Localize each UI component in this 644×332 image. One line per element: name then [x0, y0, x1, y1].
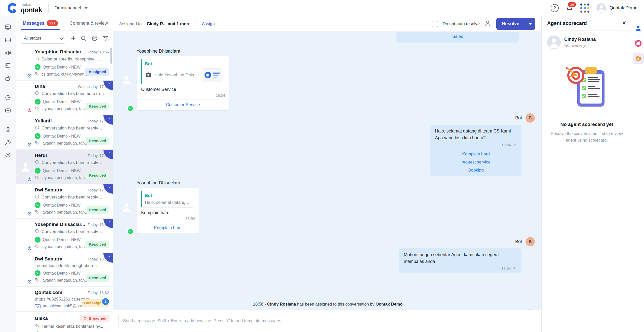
tab-messages[interactable]: Messages 99+ — [16, 16, 65, 30]
pending-clock-icon — [27, 245, 32, 251]
broadcast-icon[interactable] — [5, 49, 11, 56]
inbox-icon[interactable] — [5, 37, 11, 43]
last-message-snippet: Conversation has been resolved by... — [42, 229, 104, 234]
agent-review-status: No review yet — [564, 43, 596, 48]
avatar — [547, 36, 561, 49]
bulk-resolve-icon[interactable] — [91, 35, 98, 42]
channel-name: Qontak Demo - NEW — [43, 134, 80, 139]
conversation-tags: cs qontak, cutikaryawan, ... — [42, 72, 89, 77]
message-time: 18:54 — [501, 266, 511, 271]
tag-icon — [35, 244, 39, 250]
conversation-list-item[interactable]: YuliantiToday, 17:18Conversation has bee… — [16, 115, 113, 149]
channel-name: Qontak Demo - NEW — [43, 169, 80, 173]
quick-reply-link[interactable]: Customer Service — [141, 102, 225, 107]
quoted-message[interactable]: Bot Halo Yosephine Dhisaclara... — [141, 59, 225, 84]
avatar — [121, 48, 133, 110]
contact-details-icon[interactable] — [633, 23, 644, 34]
tab-comment-review[interactable]: Comment & review — [65, 16, 113, 30]
add-ons-icon[interactable] — [5, 139, 11, 146]
brand-qontak: qontak — [21, 7, 42, 14]
integrations-icon[interactable] — [5, 126, 11, 133]
do-not-auto-resolve-checkbox[interactable] — [432, 21, 438, 27]
help-center-icon[interactable] — [633, 38, 644, 49]
conversation-tags: layanan pengaduan, tanya ... — [42, 141, 89, 146]
tag-icon — [35, 141, 39, 146]
message-time: 18:54 — [185, 216, 195, 221]
quick-reply-link[interactable]: Komplain hard — [141, 225, 195, 230]
notifications-button[interactable]: 14 — [566, 4, 573, 12]
whatsapp-icon — [35, 99, 41, 105]
quick-reply-link[interactable]: Sales — [396, 34, 519, 39]
whatsapp-icon — [35, 202, 41, 208]
global-header: mekari qontak Omnichannel ? 14 — [0, 0, 644, 16]
balance-wallet-icon[interactable] — [5, 107, 11, 114]
tag-icon — [35, 210, 39, 215]
assign-button[interactable]: Assign — [196, 19, 220, 29]
agent-name: Cindy Rosiana — [564, 37, 596, 42]
brand-mekari: mekari — [21, 3, 42, 6]
last-message-snippet: Conversation has been resolved by... — [42, 195, 104, 200]
message-text-line: Halo, selamat datang di team CS Kami — [435, 128, 517, 135]
avatar — [596, 3, 606, 13]
contact-name: Dwi Saputra — [35, 187, 62, 193]
quoted-message[interactable]: Bot Halo, selamat datang di t... — [141, 191, 195, 208]
assign-agent-icon[interactable] — [484, 20, 492, 28]
quick-reply-link[interactable]: request service — [435, 160, 517, 165]
message-time: 18:54 — [216, 93, 225, 97]
message-input[interactable] — [118, 314, 536, 328]
conversation-list-item[interactable]: HerdiToday, 17:12Conversation has been r… — [16, 150, 113, 184]
rail-divider — [3, 88, 13, 88]
conversation-list-item[interactable]: Qontak.comToday, 16:32(https://u32951261… — [16, 287, 113, 311]
contact-name: Dina — [35, 84, 45, 89]
message-text-line: Apa yang bisa kita bantu? — [435, 135, 517, 141]
panel-title: Agent scorecard — [547, 20, 587, 26]
system-message-text: has been assigned to this conversation b… — [296, 302, 375, 306]
quick-reply-link[interactable]: Komplain hard — [435, 152, 517, 157]
chatbot-icon[interactable] — [5, 75, 11, 82]
status-badge: Resolved — [86, 274, 109, 282]
avatar — [20, 290, 31, 308]
conversation-tags: layanan pengaduan, tanya ... — [42, 107, 89, 111]
agent-scorecard-icon[interactable] — [633, 53, 644, 64]
scrollbar-thumb[interactable] — [110, 48, 112, 64]
reports-icon[interactable] — [5, 94, 11, 101]
conversation-list-item[interactable]: GiskaBreachedTerima kasih atas konfirmas… — [16, 312, 113, 332]
info-icon — [35, 194, 39, 200]
last-message-snippet: Conversation has been resolved by... — [42, 160, 104, 165]
delivered-ticks-icon: ✓✓ — [512, 266, 517, 271]
system-message: 18:56 - Cindy Rosiana has been assigned … — [121, 302, 535, 307]
dashboard-icon[interactable] — [5, 24, 11, 30]
brand-logo[interactable]: mekari qontak — [7, 3, 42, 14]
resolve-button[interactable]: Resolve — [496, 18, 525, 30]
tag-icon — [35, 278, 39, 283]
user-menu[interactable]: Qontak Demo — [596, 3, 637, 13]
reply-arrow-icon — [35, 323, 39, 329]
apps-grid-icon[interactable] — [580, 4, 589, 13]
filter-funnel-icon[interactable] — [102, 35, 109, 42]
knowledge-base-icon[interactable] — [5, 62, 11, 69]
settings-gear-icon[interactable] — [5, 152, 11, 159]
status-filter-select[interactable]: All status — [20, 33, 66, 44]
quote-sender: Bot — [145, 61, 222, 67]
last-message-snippet: Terima kasih telah menghubungi ka... — [35, 263, 98, 268]
conversation-list-item[interactable]: DinaWednesday, 17:21Conversation has bee… — [16, 81, 113, 115]
chat-bubble: Bot Halo Yosephine Dhisaclara... Custome… — [137, 56, 229, 110]
app-name: Omnichannel — [55, 5, 81, 11]
conversation-list-item[interactable]: Yosephine Dhisaclar...Today, 18:56Selama… — [16, 46, 113, 80]
search-icon[interactable] — [80, 35, 87, 42]
new-conversation-icon[interactable]: + — [71, 34, 76, 42]
assigned-to-label: Assigned to: — [119, 21, 143, 26]
help-icon[interactable]: ? — [551, 4, 559, 12]
quote-sender: Bot — [145, 193, 192, 198]
message-quick-replies-partial: Customer Service Sales — [396, 32, 519, 43]
conversation-list-item[interactable]: Dwi SaputraToday, 16:33Terima kasih tela… — [16, 253, 113, 286]
quick-reply-link[interactable]: Booking — [435, 168, 517, 173]
conversation-list-item[interactable]: Dwi SaputraToday, 17:01Conversation has … — [16, 184, 113, 218]
app-switcher[interactable]: Omnichannel — [55, 5, 88, 11]
conversation-list-item[interactable]: Yosephine Dhisaclar...Today, 16:50Conver… — [16, 219, 113, 253]
close-icon[interactable]: ✕ — [622, 20, 626, 26]
resolve-dropdown-button[interactable] — [525, 18, 535, 30]
whatsapp-icon — [127, 228, 133, 235]
chat-bubble: Halo, selamat datang di team CS Kami Apa… — [430, 125, 521, 176]
chat-column: Assigned to: Cindy R... and 1 more Assig… — [113, 16, 541, 332]
